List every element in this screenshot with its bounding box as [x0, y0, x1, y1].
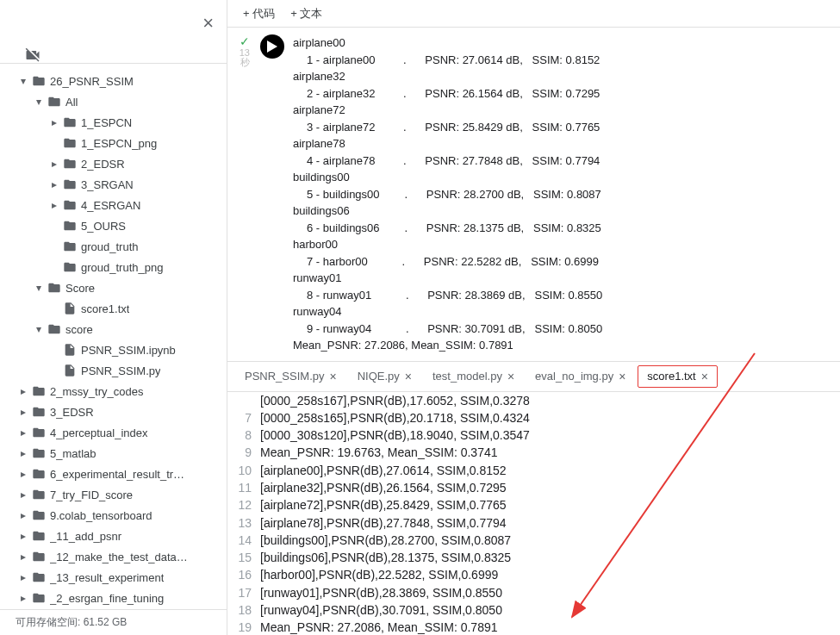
close-panel-button[interactable]: × — [202, 12, 214, 34]
file-label: 26_PSNR_SSIM — [50, 75, 134, 88]
line-content: [buildings06],PSNR(dB),28.1375, SSIM,0.8… — [260, 549, 511, 566]
folder-2-mssy-try-codes[interactable]: ▸2_mssy_try_codes — [0, 381, 227, 402]
folder-6-experimental-result-tr-[interactable]: ▸6_experimental_result_tr… — [0, 464, 227, 484]
folder-icon — [62, 198, 78, 212]
close-icon[interactable]: × — [405, 370, 412, 383]
folder--13-result-experiment[interactable]: ▸_13_result_experiment — [0, 567, 227, 588]
run-cell-button[interactable] — [260, 34, 284, 59]
chevron-icon[interactable]: ▸ — [16, 426, 31, 439]
folder-2-edsr[interactable]: ▸2_EDSR — [0, 153, 227, 174]
folder-26-psnr-ssim[interactable]: ▾26_PSNR_SSIM — [0, 71, 227, 91]
folder-7-try-fid-score[interactable]: ▸7_try_FID_score — [0, 484, 227, 505]
folder-3-srgan[interactable]: ▸3_SRGAN — [0, 174, 227, 195]
tab-label: NIQE.py — [358, 370, 400, 383]
chevron-icon[interactable]: ▸ — [16, 509, 31, 521]
add-text-button[interactable]: + 文本 — [290, 6, 322, 22]
folder-5-matlab[interactable]: ▸5_matlab — [0, 443, 227, 464]
file-label: 2_mssy_try_codes — [50, 385, 143, 398]
file-label: 7_try_FID_score — [50, 489, 133, 501]
chevron-icon[interactable]: ▾ — [31, 96, 47, 108]
folder-score[interactable]: ▾score — [0, 319, 227, 339]
chevron-icon[interactable]: ▸ — [16, 592, 31, 604]
chevron-icon[interactable]: ▸ — [47, 178, 62, 190]
folder-3-edsr[interactable]: ▸3_EDSR — [0, 402, 227, 422]
file-psnr-ssim-ipynb[interactable]: PSNR_SSIM.ipynb — [0, 339, 227, 360]
chevron-icon[interactable]: ▸ — [16, 571, 31, 583]
close-icon[interactable]: × — [329, 370, 336, 383]
close-icon[interactable]: × — [507, 370, 514, 383]
file-label: _12_make_the_test_data… — [50, 551, 188, 563]
chevron-icon[interactable]: ▸ — [47, 158, 62, 170]
add-code-button[interactable]: + 代码 — [243, 6, 275, 22]
editor-line[interactable]: 13[airplane78],PSNR(dB),27.7848, SSIM,0.… — [227, 514, 840, 532]
close-icon[interactable]: × — [701, 370, 708, 383]
chevron-icon[interactable]: ▾ — [31, 282, 47, 294]
editor-line[interactable]: 9Mean_PSNR: 19.6763, Mean_SSIM: 0.3741 — [227, 444, 840, 461]
editor-line[interactable]: 15[buildings06],PSNR(dB),28.1375, SSIM,0… — [227, 549, 840, 566]
editor-line[interactable]: 19Mean_PSNR: 27.2086, Mean_SSIM: 0.7891 — [227, 619, 840, 635]
text-editor[interactable]: [0000_258s167],PSNR(dB),17.6052, SSIM,0.… — [227, 392, 840, 636]
folder-4-esrgan[interactable]: ▸4_ESRGAN — [0, 195, 227, 215]
file-label: 4_perceptual_index — [50, 426, 147, 439]
line-content: [airplane72],PSNR(dB),25.8429, SSIM,0.77… — [260, 496, 507, 514]
tab-psnr-ssim-py[interactable]: PSNR_SSIM.py× — [236, 366, 345, 387]
file-label: 9.colab_tensorboard — [50, 509, 152, 522]
folder--11-add-psnr[interactable]: ▸_11_add_psnr — [0, 526, 227, 546]
chevron-icon[interactable]: ▸ — [16, 385, 31, 397]
editor-line[interactable]: 8[0000_308s120],PSNR(dB),18.9040, SSIM,0… — [227, 426, 840, 444]
folder-icon — [47, 95, 62, 109]
file-label: 3_EDSR — [50, 406, 94, 419]
tab-test-model-py[interactable]: test_model.py× — [424, 366, 523, 387]
editor-line[interactable]: 10[airplane00],PSNR(dB),27.0614, SSIM,0.… — [227, 462, 840, 479]
folder-score[interactable]: ▾Score — [0, 277, 227, 298]
editor-line[interactable]: [0000_258s167],PSNR(dB),17.6052, SSIM,0.… — [227, 392, 840, 409]
chevron-icon[interactable]: ▸ — [16, 406, 31, 418]
line-content: [harbor00],PSNR(dB),22.5282, SSIM,0.6999 — [260, 566, 498, 583]
folder-4-perceptual-index[interactable]: ▸4_perceptual_index — [0, 422, 227, 443]
chevron-icon[interactable]: ▾ — [16, 75, 31, 87]
close-icon[interactable]: × — [619, 370, 625, 383]
chevron-icon[interactable]: ▸ — [16, 447, 31, 459]
editor-line[interactable]: 7[0000_258s165],PSNR(dB),20.1718, SSIM,0… — [227, 409, 840, 426]
editor-line[interactable]: 18[runway04],PSNR(dB),30.7091, SSIM,0.80… — [227, 601, 840, 619]
camera-off-icon[interactable] — [24, 47, 41, 64]
file-label: 1_ESPCN — [81, 116, 132, 129]
line-number: 11 — [227, 479, 260, 496]
chevron-icon[interactable]: ▸ — [47, 199, 62, 211]
folder-5-ours[interactable]: 5_OURS — [0, 215, 227, 236]
file-tree[interactable]: ▾26_PSNR_SSIM▾All▸1_ESPCN1_ESPCN_png▸2_E… — [0, 64, 227, 609]
check-icon: ✓ — [240, 34, 250, 48]
chevron-icon[interactable]: ▸ — [16, 551, 31, 563]
folder-1-espcn-png[interactable]: 1_ESPCN_png — [0, 133, 227, 153]
tab-label: PSNR_SSIM.py — [245, 370, 324, 383]
editor-line[interactable]: 11[airplane32],PSNR(dB),26.1564, SSIM,0.… — [227, 479, 840, 496]
tab-eval-no-img-py[interactable]: eval_no_img.py× — [526, 366, 634, 387]
line-number: 18 — [227, 601, 260, 619]
folder-groud-truth[interactable]: groud_truth — [0, 236, 227, 257]
folder-9-colab-tensorboard[interactable]: ▸9.colab_tensorboard — [0, 505, 227, 526]
folder-all[interactable]: ▾All — [0, 91, 227, 112]
file-label: _11_add_psnr — [50, 530, 121, 543]
folder-icon — [31, 405, 47, 419]
editor-line[interactable]: 16[harbor00],PSNR(dB),22.5282, SSIM,0.69… — [227, 566, 840, 583]
editor-line[interactable]: 17[runway01],PSNR(dB),28.3869, SSIM,0.85… — [227, 584, 840, 601]
chevron-icon[interactable]: ▸ — [16, 468, 31, 480]
editor-tabs: PSNR_SSIM.py×NIQE.py×test_model.py×eval_… — [227, 362, 840, 392]
folder--12-make-the-test-data-[interactable]: ▸_12_make_the_test_data… — [0, 546, 227, 567]
tab-niqe-py[interactable]: NIQE.py× — [349, 366, 420, 387]
folder--2-esrgan-fine-tuning[interactable]: ▸_2_esrgan_fine_tuning — [0, 588, 227, 608]
folder-1-espcn[interactable]: ▸1_ESPCN — [0, 112, 227, 133]
chevron-icon[interactable]: ▸ — [16, 530, 31, 542]
chevron-icon[interactable]: ▾ — [31, 323, 47, 335]
editor-line[interactable]: 12[airplane72],PSNR(dB),25.8429, SSIM,0.… — [227, 496, 840, 514]
file-score1-txt[interactable]: score1.txt — [0, 298, 227, 319]
editor-line[interactable]: 14[buildings00],PSNR(dB),28.2700, SSIM,0… — [227, 532, 840, 549]
file-label: _13_result_experiment — [50, 571, 164, 584]
tab-score1-txt[interactable]: score1.txt× — [638, 365, 718, 388]
chevron-icon[interactable]: ▸ — [47, 116, 62, 128]
chevron-icon[interactable]: ▸ — [16, 489, 31, 501]
folder-groud-truth-png[interactable]: groud_truth_png — [0, 257, 227, 277]
folder-icon — [62, 260, 78, 274]
file-psnr-ssim-py[interactable]: PSNR_SSIM.py — [0, 360, 227, 381]
folder-icon — [47, 281, 62, 295]
